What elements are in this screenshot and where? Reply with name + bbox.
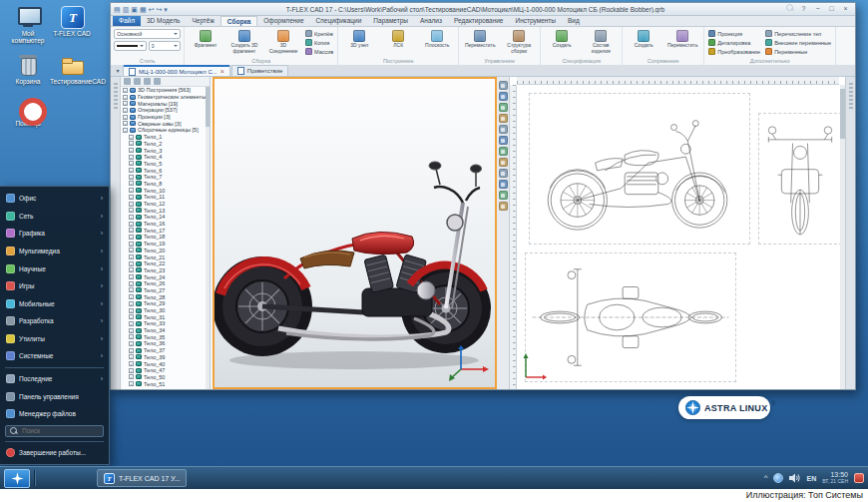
expand-icon[interactable]: + <box>129 208 134 213</box>
security-tray-icon[interactable] <box>854 473 864 483</box>
tree-body-row[interactable]: +Тело_22 <box>121 260 206 267</box>
print-icon[interactable]: ▦ <box>140 5 147 14</box>
tree-body-row[interactable]: +Тело_10 <box>121 187 206 194</box>
section-view-icon[interactable] <box>499 191 508 200</box>
tree-body-row[interactable]: +Тело_27 <box>121 287 206 294</box>
ribbon-button[interactable]: Фрагмент <box>187 28 224 57</box>
undo-icon[interactable]: ↩ <box>149 5 155 14</box>
ribbon-button[interactable]: Переместить <box>461 28 499 57</box>
motorcycle-top-view-drawing[interactable] <box>525 252 736 382</box>
ribbon-tab-1[interactable]: Файл <box>113 16 141 26</box>
expand-icon[interactable]: + <box>129 274 134 279</box>
expand-icon[interactable]: + <box>123 101 128 106</box>
menu-category-1[interactable]: Офис› <box>0 190 109 208</box>
ribbon-button[interactable]: Создать 3D фрагмент <box>225 28 263 57</box>
menu-category-4[interactable]: Мультимедиа› <box>0 243 109 260</box>
expand-icon[interactable]: + <box>129 287 134 292</box>
tree-body-row[interactable]: +Тело_33 <box>121 320 206 327</box>
tree-body-row[interactable]: +Тело_35 <box>121 333 206 340</box>
clock[interactable]: 13:50 ВТ, 21 СЕН <box>822 471 848 485</box>
menu-category-10[interactable]: Системные› <box>0 347 109 365</box>
expand-icon[interactable]: + <box>123 88 128 93</box>
redo-icon[interactable]: ↪ <box>156 5 162 14</box>
tree-body-row[interactable]: +Тело_31 <box>121 313 206 320</box>
line-style-combo[interactable] <box>114 41 147 51</box>
document-tab-1[interactable]: МЦ-1-000-000 Мотоцикл С...× <box>123 65 230 76</box>
tree-body-row[interactable]: +Тело_2 <box>121 141 206 148</box>
tree-settings-icon[interactable] <box>154 78 161 85</box>
tree-body-row[interactable]: +Тело_26 <box>121 280 206 287</box>
ribbon-button[interactable]: Крепёж <box>303 29 335 38</box>
tree-folder-row[interactable]: +Операции [537] <box>121 107 206 114</box>
expand-icon[interactable]: + <box>129 301 134 306</box>
menu-category-5[interactable]: Научные› <box>0 259 109 277</box>
ribbon-button[interactable]: Создать <box>543 28 581 57</box>
expand-icon[interactable]: + <box>129 175 134 180</box>
titlebar[interactable]: ▤▥▣▦↩↪▾ T-FLEX CAD 17 - C:\Users\Work\Ра… <box>111 3 855 16</box>
expand-icon[interactable]: + <box>129 281 134 286</box>
tree-body-row[interactable]: +Тело_17 <box>121 227 206 234</box>
expand-icon[interactable]: + <box>123 121 128 126</box>
ribbon-button[interactable]: Массив <box>303 47 335 56</box>
expand-icon[interactable]: + <box>129 228 134 233</box>
tree-body-row[interactable]: +Тело_7 <box>121 174 206 181</box>
tree-body-row[interactable]: +Тело_36 <box>121 340 206 347</box>
ribbon-tab-2[interactable]: 3D Модель <box>141 16 186 26</box>
help-button[interactable]: ? <box>797 4 810 14</box>
ribbon-button[interactable]: Переменные <box>763 47 833 56</box>
ribbon-button[interactable]: 3D Соединение <box>264 28 302 57</box>
document-tab-2[interactable]: Приветствие <box>231 65 289 76</box>
tree-body-row[interactable]: +Тело_5 <box>121 161 206 168</box>
right-panel-strip[interactable] <box>845 77 855 389</box>
ribbon-button[interactable]: ЛСК <box>379 28 417 57</box>
ribbon-button[interactable]: Внешние переменные <box>763 38 833 47</box>
expand-icon[interactable]: + <box>129 261 134 266</box>
pan-icon[interactable] <box>499 103 508 112</box>
expand-icon[interactable]: + <box>129 308 134 313</box>
desktop-icon-3[interactable]: Корзина <box>6 54 50 85</box>
ribbon-tab-9[interactable]: Редактирование <box>448 16 510 26</box>
left-panel-strip[interactable] <box>111 77 121 389</box>
open-folder-icon[interactable]: ▥ <box>123 5 130 14</box>
expand-icon[interactable]: + <box>129 248 134 252</box>
tray-expand-icon[interactable]: ^ <box>764 474 768 482</box>
new-doc-icon[interactable]: ▤ <box>114 5 121 14</box>
expand-icon[interactable]: + <box>129 368 134 373</box>
style-combo[interactable]: Основной <box>114 29 181 39</box>
tree-body-row[interactable]: +Тело_23 <box>121 267 206 274</box>
ribbon-button[interactable]: Преобразование <box>706 47 762 56</box>
tree-body-row[interactable]: +Тело_29 <box>121 300 206 307</box>
expand-icon[interactable]: + <box>129 168 134 173</box>
front-view-icon[interactable] <box>499 147 508 156</box>
menu-category-7[interactable]: Мобильные› <box>0 294 109 312</box>
start-button[interactable] <box>4 469 30 488</box>
expand-icon[interactable]: + <box>129 314 134 319</box>
expand-icon[interactable]: + <box>129 254 134 259</box>
tree-body-row[interactable]: +Тело_50 <box>121 374 206 381</box>
expand-icon[interactable]: + <box>123 128 128 133</box>
tree-body-row[interactable]: +Тело_1 <box>121 134 206 141</box>
tree-body-row[interactable]: +Тело_13 <box>121 207 206 214</box>
ribbon-button[interactable]: Деталировка <box>706 38 762 47</box>
desktop-icon-4[interactable]: ТестированиеCAD <box>50 54 94 85</box>
tree-folder-row[interactable]: +Сварные швы [3] <box>121 120 206 127</box>
tree-folder-row[interactable]: +Сборочные единицы [5] <box>121 127 206 134</box>
ribbon-button[interactable]: Проекция <box>706 29 762 38</box>
fit-view-icon[interactable] <box>499 136 508 145</box>
ribbon-tab-3[interactable]: Чертёж <box>186 16 219 26</box>
expand-icon[interactable]: + <box>129 267 134 272</box>
expand-icon[interactable]: + <box>123 108 128 113</box>
expand-icon[interactable]: + <box>129 341 134 346</box>
expand-icon[interactable]: + <box>129 202 134 207</box>
zoom-window-icon[interactable] <box>499 125 508 134</box>
measure-icon[interactable] <box>499 202 508 211</box>
tree-folder-row[interactable]: +Материалы [19] <box>121 100 206 107</box>
ribbon-tab-8[interactable]: Анализ <box>414 16 448 26</box>
tree-body-row[interactable]: +Тело_24 <box>121 273 206 280</box>
tree-body-row[interactable]: +Тело_4 <box>121 154 206 161</box>
tree-folder-row[interactable]: +Проекции [3] <box>121 114 206 121</box>
ribbon-button[interactable]: Плоскость <box>418 28 456 57</box>
motorcycle-front-view-drawing[interactable] <box>758 113 842 245</box>
expand-icon[interactable]: + <box>129 148 134 153</box>
rotate-view-icon[interactable] <box>499 92 508 101</box>
